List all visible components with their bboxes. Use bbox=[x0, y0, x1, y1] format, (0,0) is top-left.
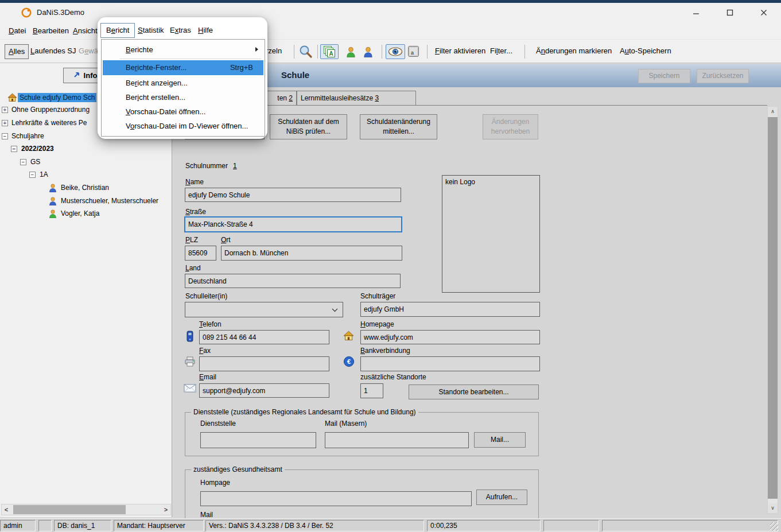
tree-item-label: 1A bbox=[40, 170, 48, 178]
ort-field[interactable] bbox=[221, 246, 402, 261]
name-label: Name bbox=[185, 178, 204, 186]
telefon-field[interactable] bbox=[199, 330, 329, 344]
standorte-bearbeiten-button[interactable]: Standorte bearbeiten... bbox=[409, 385, 539, 399]
fax-field[interactable] bbox=[199, 356, 329, 371]
homepage-field[interactable] bbox=[360, 330, 540, 344]
bericht-menu: Berichte Berichte-Fenster... Strg+B Beri… bbox=[101, 39, 265, 137]
mail-button[interactable]: Mail... bbox=[474, 432, 526, 448]
hompage-field[interactable] bbox=[200, 491, 472, 506]
person-green-icon bbox=[49, 209, 57, 220]
scrollbar-thumb[interactable] bbox=[13, 505, 126, 514]
menu-item-vorschau-datei-dviewer[interactable]: Vorschau-Datei im D-Viewer öffnen... bbox=[103, 119, 263, 133]
scroll-down-icon[interactable]: ∨ bbox=[768, 503, 778, 513]
expander-icon[interactable] bbox=[2, 133, 8, 139]
scroll-right-icon[interactable]: > bbox=[161, 504, 170, 515]
menu-item-vorschau-datei-oeffnen[interactable]: Vorschau-Datei öffnen... bbox=[103, 104, 263, 119]
schuldatenaenderung-mitteilen-button[interactable]: Schuldatenänderung mitteilen... bbox=[360, 114, 437, 139]
dienststelle-group-legend: Dienststelle (zuständiges Regionales Lan… bbox=[191, 408, 418, 416]
menu-item-bericht-erstellen[interactable]: Bericht erstellen... bbox=[103, 90, 263, 104]
tree-item-student-beike[interactable]: Beike, Christian bbox=[0, 182, 172, 195]
tree-item-student-vogler[interactable]: Vogler, Katja bbox=[0, 208, 172, 220]
page-title: Schule bbox=[281, 70, 309, 80]
bankverbindung-field[interactable] bbox=[360, 356, 540, 371]
name-field[interactable] bbox=[185, 188, 401, 202]
nibis-pruefen-button[interactable]: Schuldaten auf dem NiBiS prüfen... bbox=[270, 114, 347, 139]
expander-icon[interactable] bbox=[20, 159, 26, 165]
scroll-up-icon[interactable]: ∧ bbox=[768, 107, 778, 117]
tree-item-label: Vogler, Katja bbox=[61, 209, 99, 218]
person-blue-icon[interactable] bbox=[360, 44, 375, 59]
person-green-icon[interactable] bbox=[343, 44, 358, 59]
tree-item-label: Lehrkräfte & weiteres Pe bbox=[11, 119, 87, 127]
cards-a-icon[interactable]: A bbox=[320, 44, 339, 59]
expander-icon[interactable] bbox=[29, 172, 36, 178]
menu-item-bericht-anzeigen[interactable]: Bericht anzeigen... bbox=[103, 76, 263, 90]
menu-extras[interactable]: Extras bbox=[165, 23, 196, 38]
tree-item-label: Schuljahre bbox=[11, 132, 44, 140]
tree-item-1a[interactable]: 1A bbox=[0, 169, 172, 181]
menu-item-berichte[interactable]: Berichte bbox=[103, 42, 263, 57]
zuruecksetzen-button[interactable]: Zurücksetzen bbox=[697, 69, 749, 83]
tree-item-label: Schule edjufy Demo Sch bbox=[18, 93, 96, 102]
standorte-label: zusätzliche Standorte bbox=[360, 373, 426, 381]
info-button-label: Info bbox=[84, 71, 98, 80]
tree-item-schuljahr-2022-2023[interactable]: 2022/2023 bbox=[0, 143, 172, 156]
school-house-icon bbox=[7, 93, 17, 103]
schultraeger-field[interactable] bbox=[360, 302, 540, 317]
scroll-left-icon[interactable]: < bbox=[2, 504, 11, 515]
filter-toggle-alles[interactable]: Alles bbox=[5, 44, 29, 59]
auto-speichern-toggle[interactable]: Auto-Speichern bbox=[616, 44, 675, 59]
dienststelle-field[interactable] bbox=[200, 432, 316, 448]
tree-item-label: GS bbox=[30, 158, 40, 166]
land-field[interactable] bbox=[185, 274, 401, 288]
expander-icon[interactable] bbox=[2, 107, 8, 113]
filter-aktivieren-button[interactable]: Filter aktivieren bbox=[432, 44, 489, 59]
filter-toggle-laufendes-sj[interactable]: Laufendes SJ bbox=[27, 44, 80, 59]
aufrufen-button[interactable]: Aufrufen... bbox=[476, 490, 527, 505]
expander-icon[interactable] bbox=[11, 146, 17, 152]
search-icon[interactable] bbox=[297, 44, 314, 59]
mail-masern-label: Mail (Masern) bbox=[325, 420, 367, 428]
expander-icon[interactable] bbox=[2, 120, 8, 126]
printer-icon bbox=[184, 356, 196, 368]
tree-item-student-musterschueler[interactable]: Musterschueler, Musterschueler bbox=[0, 195, 172, 208]
minimize-button[interactable] bbox=[683, 3, 709, 22]
schulnummer-label: Schulnummer bbox=[185, 162, 228, 170]
tab-lernmittelausleihesaetze-3[interactable]: Lernmittelausleihesätze 3 bbox=[297, 91, 416, 106]
key-icon[interactable]: a bbox=[406, 44, 421, 59]
tree-item-gs[interactable]: GS bbox=[0, 156, 172, 169]
menu-bericht[interactable]: Bericht bbox=[100, 23, 135, 38]
person-blue-icon bbox=[49, 197, 57, 207]
speichern-button[interactable]: Speichern bbox=[638, 69, 690, 83]
submenu-arrow-icon bbox=[255, 47, 258, 52]
aenderungen-hervorheben-button[interactable]: Änderungen hervorheben bbox=[483, 114, 538, 139]
statusbar-user: admin bbox=[0, 520, 36, 531]
dienststelle-label: Dienststelle bbox=[200, 420, 236, 428]
fax-label: Fax bbox=[199, 347, 211, 355]
statusbar: admin DB: danis_1 Mandant: Hauptserver V… bbox=[0, 518, 781, 532]
eye-icon[interactable] bbox=[386, 44, 405, 59]
statusbar-empty-1 bbox=[38, 520, 52, 531]
strasse-field[interactable] bbox=[185, 217, 402, 232]
close-button[interactable] bbox=[751, 3, 777, 22]
resize-grip[interactable] bbox=[770, 522, 779, 531]
email-field[interactable] bbox=[199, 383, 329, 398]
standorte-count-field[interactable] bbox=[360, 383, 383, 398]
tree-horizontal-scrollbar[interactable]: < > bbox=[1, 504, 171, 515]
scrollbar-thumb[interactable] bbox=[768, 117, 778, 499]
mail-masern-field[interactable] bbox=[325, 432, 469, 448]
maximize-button[interactable] bbox=[717, 3, 743, 22]
main-vertical-scrollbar[interactable]: ∧ ∨ bbox=[767, 106, 778, 514]
menu-hilfe[interactable]: Hilfe bbox=[193, 23, 218, 38]
menu-bearbeiten[interactable]: Bearbeiten bbox=[28, 22, 74, 39]
filter-dialog-button[interactable]: Filter... bbox=[487, 44, 516, 59]
schulleiter-select[interactable] bbox=[185, 302, 343, 317]
plz-field[interactable] bbox=[185, 246, 216, 261]
statusbar-db: DB: danis_1 bbox=[54, 520, 111, 531]
aenderungen-markieren-toggle[interactable]: Änderungen markieren bbox=[533, 44, 615, 59]
menu-item-berichte-fenster[interactable]: Berichte-Fenster... Strg+B bbox=[103, 60, 263, 75]
menu-statistik[interactable]: Statistik bbox=[133, 23, 169, 38]
gesundheitsamt-group-legend: zuständiges Gesundheitsamt bbox=[191, 465, 285, 473]
svg-text:€: € bbox=[347, 358, 351, 365]
plz-label: PLZ bbox=[185, 236, 198, 244]
